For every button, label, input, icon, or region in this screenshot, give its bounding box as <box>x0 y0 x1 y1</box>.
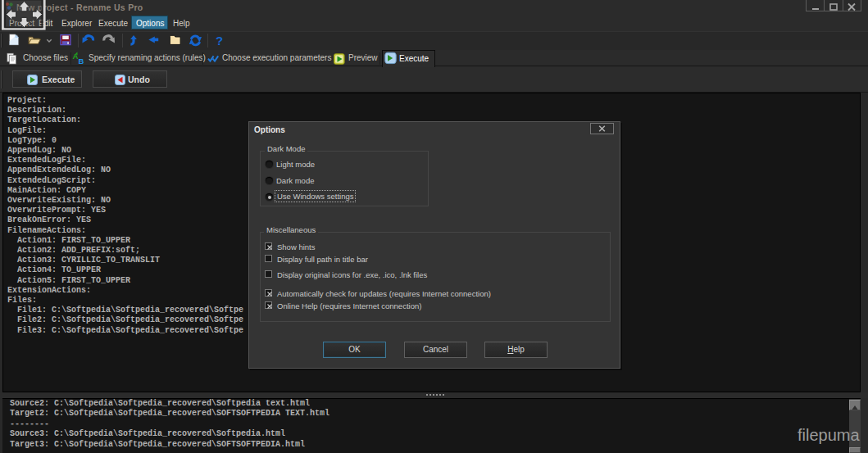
svg-text:?: ? <box>216 34 223 48</box>
svg-text:B: B <box>79 57 84 66</box>
